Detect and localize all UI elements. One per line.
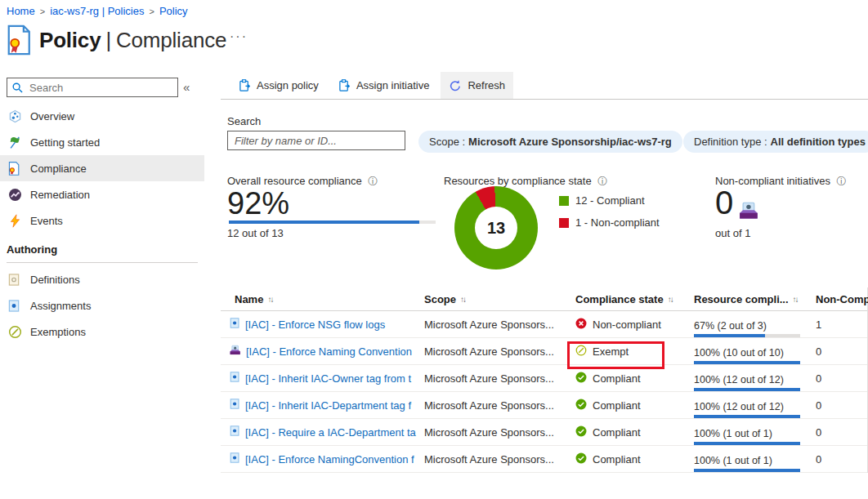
policy-name-link[interactable]: [IAC] - Enforce NamingConvention f [245,453,414,466]
table-row[interactable]: [IAC] - Inherit IAC-Owner tag from t Mic… [221,365,867,392]
sidebar-item-overview[interactable]: Overview [0,103,204,129]
sidebar-divider [7,262,198,263]
sidebar-item-assignments[interactable]: Assignments [0,292,204,319]
clipboard-icon [338,79,351,91]
column-header-resource-compliance[interactable]: Resource compli...↑↓ [694,293,816,305]
column-header-noncompliant[interactable]: Non-Comp [816,293,868,305]
search-icon [12,82,23,93]
assign-policy-button[interactable]: Assign policy [230,72,327,99]
info-icon[interactable]: ⓘ [368,176,378,187]
sidebar-item-getting-started[interactable]: Getting started [0,129,204,155]
resource-compliance-cell: 100% (10 out of 10) [694,338,816,364]
scope-cell: Microsoft Azure Sponsors... [424,345,575,358]
policy-name-link[interactable]: [IAC] - Inherit IAC-Owner tag from t [245,372,411,385]
resource-compliance-text: 67% (2 out of 3) [694,320,816,332]
scope-filter-value: Microsoft Azure Sponsorship/iac-ws7-rg [468,136,672,148]
column-header-compliance-state[interactable]: Compliance state↑↓ [575,293,694,305]
definition-type-value: All definition types [771,136,866,148]
sidebar-item-definitions[interactable]: Definitions [0,266,204,292]
policy-name-link[interactable]: [IAC] - Enforce Naming Convention [246,345,412,358]
column-header-scope[interactable]: Scope↑↓ [424,293,575,305]
legend-label: 12 - Compliant [575,194,645,207]
compliant-icon [575,425,587,439]
sidebar-nav: Overview Getting started Compliance Reme… [0,103,204,345]
compliant-icon [575,452,587,466]
column-header-name[interactable]: Name↑↓ [230,293,424,305]
resource-compliance-cell: 100% (12 out of 12) [694,392,816,418]
state-label: Compliant [593,372,641,385]
sidebar-search-box[interactable] [7,78,178,97]
overall-compliance-percent: 92% [227,186,289,221]
info-icon[interactable]: ⓘ [837,176,847,187]
state-label: Compliant [593,426,641,439]
sort-icon: ↑↓ [460,295,465,304]
main-content: Assign policy Assign initiative Refresh … [221,0,868,499]
resource-compliance-bar [694,415,800,418]
filter-search-label: Search [227,115,261,127]
breadcrumb-separator: > [40,7,45,16]
sidebar-search-input[interactable] [28,81,177,95]
resources-by-state-title-text: Resources by compliance state [444,175,592,187]
filter-input[interactable] [227,131,405,150]
sidebar-collapse-button[interactable]: « [183,80,190,94]
compliance-state-cell: Compliant [575,452,694,466]
table-row[interactable]: [IAC] - Inherit IAC-Department tag f Mic… [221,392,867,419]
resource-compliance-cell: 100% (1 out of 1) [694,446,816,472]
resource-compliance-text: 100% (12 out of 12) [694,401,816,412]
noncompliant-count: 0 [816,399,868,412]
compliant-swatch [559,196,569,206]
breadcrumb-link-policy[interactable]: Policy [159,5,188,17]
initiative-icon [739,202,759,223]
table-row[interactable]: [IAC] - Require a IAC-Department ta Micr… [221,419,867,446]
sidebar-section-authoring: Authoring [0,234,204,262]
policy-name-link[interactable]: [IAC] - Enforce NSG flow logs [245,319,385,331]
noncompliant-count: 0 [816,453,868,466]
legend-label: 1 - Non-compliant [575,216,660,229]
overall-compliance-subtext: 12 out of 13 [227,227,284,239]
command-bar: Assign policy Assign initiative Refresh [221,72,868,100]
table-row[interactable]: [IAC] - Enforce Naming Convention Micros… [221,338,867,365]
assignments-icon [8,299,22,313]
page-title-primary: Policy [39,28,101,52]
table-row[interactable]: [IAC] - Enforce NamingConvention f Micro… [221,446,867,473]
sidebar-item-events[interactable]: Events [0,207,204,234]
sidebar-item-remediation[interactable]: Remediation [0,181,204,207]
sidebar-item-label: Exemptions [30,326,86,338]
policy-icon [7,25,31,56]
sort-icon: ↑↓ [793,295,798,304]
compliant-icon [575,399,587,412]
policy-name-link[interactable]: [IAC] - Inherit IAC-Department tag f [245,399,411,412]
refresh-icon [449,79,462,92]
initiative-icon [230,345,241,359]
overall-compliance-bar [229,221,436,224]
table-row[interactable]: [IAC] - Enforce NSG flow logs Microsoft … [221,311,867,338]
assign-initiative-button[interactable]: Assign initiative [330,72,438,99]
resource-compliance-cell: 100% (1 out of 1) [694,419,816,445]
resource-compliance-bar [694,469,800,472]
table-header-row: Name↑↓ Scope↑↓ Compliance state↑↓ Resour… [221,287,867,311]
compliance-state-cell: Compliant [575,372,694,385]
definition-type-filter-pill[interactable]: Definition type : All definition types [683,131,868,153]
scope-filter-pill[interactable]: Scope : Microsoft Azure Sponsorship/iac-… [418,131,682,153]
sidebar-item-exemptions[interactable]: Exemptions [0,319,204,345]
breadcrumb-link-home[interactable]: Home [7,5,35,17]
breadcrumb-link-resource-group[interactable]: iac-ws7-rg | Policies [50,5,144,17]
legend-item-compliant: 12 - Compliant [559,194,660,207]
definition-type-label: Definition type : [694,136,767,148]
resource-compliance-bar [694,334,800,337]
assign-policy-label: Assign policy [257,79,319,91]
sidebar-item-compliance[interactable]: Compliance [0,155,204,181]
resource-compliance-cell: 100% (12 out of 12) [694,365,816,391]
refresh-button[interactable]: Refresh [441,72,513,99]
resource-compliance-cell: 67% (2 out of 3) [694,311,816,337]
donut-center-count: 13 [454,186,538,270]
overall-compliance-title-text: Overall resource compliance [227,175,362,187]
policy-name-link[interactable]: [IAC] - Require a IAC-Department ta [245,426,416,439]
azure-policy-compliance-page: Home > iac-ws7-rg | Policies > Policy Po… [0,0,868,499]
definitions-icon [8,273,22,287]
page-title: Policy|Compliance [39,28,226,53]
sidebar-item-label: Events [30,215,63,227]
policy-assignment-icon [230,452,240,466]
info-icon[interactable]: ⓘ [597,176,607,187]
sidebar-item-label: Remediation [30,189,90,201]
